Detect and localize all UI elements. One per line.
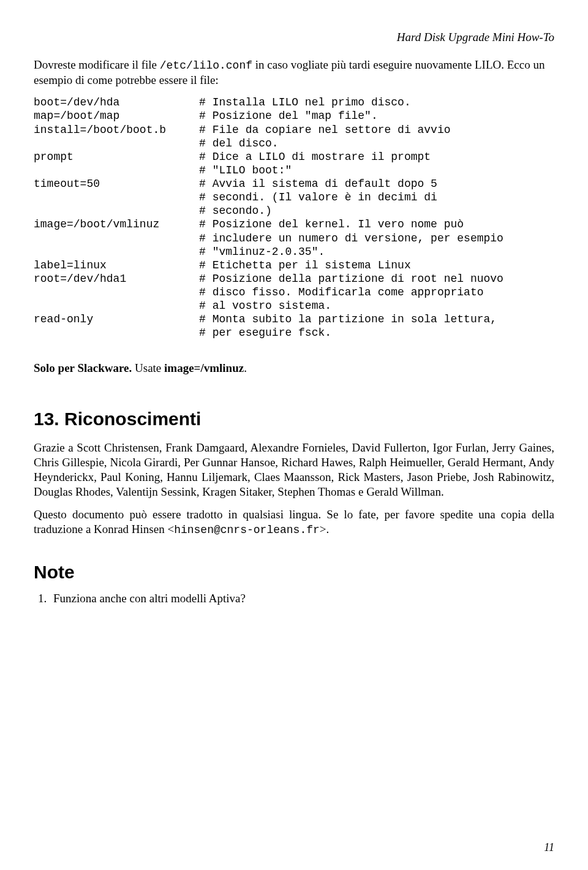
- translation-text-2: >.: [320, 523, 329, 535]
- intro-text-1: Dovreste modificare il file: [34, 58, 160, 71]
- intro-paragraph: Dovreste modificare il file /etc/lilo.co…: [34, 58, 554, 87]
- acknowledgements-paragraph: Grazie a Scott Christensen, Frank Damgaa…: [34, 441, 554, 499]
- notes-list: Funziona anche con altri modelli Aptiva?: [34, 591, 554, 606]
- section-13-heading: 13. Riconoscimenti: [34, 409, 554, 429]
- running-head: Hard Disk Upgrade Mini How-To: [34, 31, 554, 44]
- notes-heading: Note: [34, 562, 554, 583]
- lilo-conf-code-block: boot=/dev/hda # Installa LILO nel primo …: [34, 96, 554, 339]
- note-item-1: Funziona anche con altri modelli Aptiva?: [50, 591, 554, 606]
- slackware-mid: Usate: [132, 361, 164, 374]
- translation-paragraph: Questo documento può essere tradotto in …: [34, 507, 554, 537]
- slackware-note: Solo per Slackware. Usate image=/vmlinuz…: [34, 361, 554, 376]
- intro-code-path: /etc/lilo.conf: [160, 59, 252, 72]
- page-number: 11: [544, 841, 554, 854]
- slackware-bold-2: image=/vmlinuz: [164, 361, 244, 374]
- translation-email: hinsen@cnrs-orleans.fr: [174, 524, 320, 536]
- slackware-tail: .: [244, 361, 247, 374]
- slackware-bold-1: Solo per Slackware.: [34, 361, 132, 374]
- page-container: Hard Disk Upgrade Mini How-To Dovreste m…: [0, 0, 588, 870]
